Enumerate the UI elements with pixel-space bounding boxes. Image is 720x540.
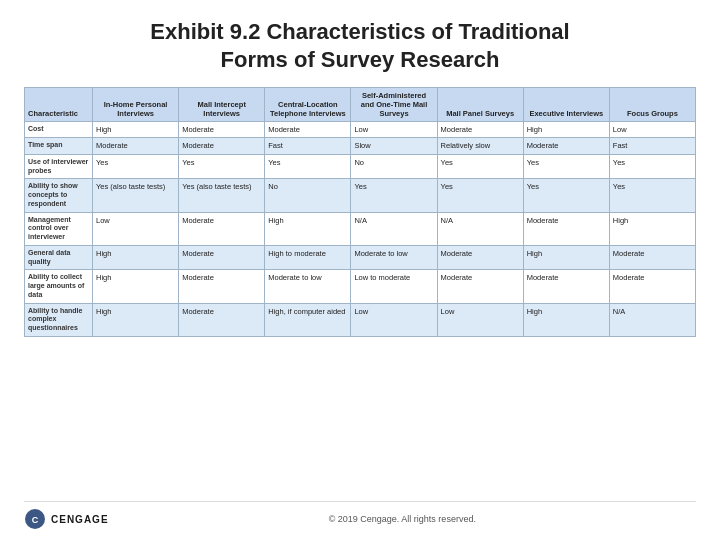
row-3-col-2: No	[265, 179, 351, 212]
row-1-col-1: Moderate	[179, 138, 265, 154]
svg-text:C: C	[32, 515, 39, 525]
row-3-col-3: Yes	[351, 179, 437, 212]
table-row: Management control over interviewerLowMo…	[25, 212, 696, 245]
page-title: Exhibit 9.2 Characteristics of Tradition…	[24, 18, 696, 73]
row-3-characteristic: Ability to show concepts to respondent	[25, 179, 93, 212]
row-5-col-4: Moderate	[437, 245, 523, 270]
row-7-characteristic: Ability to handle complex questionnaires	[25, 303, 93, 336]
row-2-col-4: Yes	[437, 154, 523, 179]
table-header-3: Central-Location Telephone Interviews	[265, 88, 351, 122]
footer: C CENGAGE © 2019 Cengage. All rights res…	[24, 501, 696, 530]
title-line2: Forms of Survey Research	[221, 47, 500, 72]
table-header-1: In-Home Personal Interviews	[93, 88, 179, 122]
row-5-col-6: Moderate	[609, 245, 695, 270]
row-0-col-0: High	[93, 122, 179, 138]
row-1-col-5: Moderate	[523, 138, 609, 154]
row-1-col-4: Relatively slow	[437, 138, 523, 154]
cengage-logo-icon: C	[24, 508, 46, 530]
row-5-col-1: Moderate	[179, 245, 265, 270]
table-body: CostHighModerateModerateLowModerateHighL…	[25, 122, 696, 337]
table-header-6: Executive Interviews	[523, 88, 609, 122]
table-row: CostHighModerateModerateLowModerateHighL…	[25, 122, 696, 138]
row-4-col-2: High	[265, 212, 351, 245]
row-2-col-1: Yes	[179, 154, 265, 179]
table-header-5: Mail Panel Surveys	[437, 88, 523, 122]
row-1-col-2: Fast	[265, 138, 351, 154]
row-3-col-6: Yes	[609, 179, 695, 212]
row-0-col-1: Moderate	[179, 122, 265, 138]
row-1-col-0: Moderate	[93, 138, 179, 154]
table-row: Ability to show concepts to respondentYe…	[25, 179, 696, 212]
row-6-col-4: Moderate	[437, 270, 523, 303]
row-7-col-4: Low	[437, 303, 523, 336]
row-2-col-3: No	[351, 154, 437, 179]
table-header-row: CharacteristicIn-Home Personal Interview…	[25, 88, 696, 122]
row-3-col-4: Yes	[437, 179, 523, 212]
row-1-col-6: Fast	[609, 138, 695, 154]
row-7-col-3: Low	[351, 303, 437, 336]
row-3-col-1: Yes (also taste tests)	[179, 179, 265, 212]
row-4-col-1: Moderate	[179, 212, 265, 245]
row-6-col-2: Moderate to low	[265, 270, 351, 303]
row-7-col-1: Moderate	[179, 303, 265, 336]
row-2-col-0: Yes	[93, 154, 179, 179]
table-wrapper: CharacteristicIn-Home Personal Interview…	[24, 87, 696, 495]
row-7-col-0: High	[93, 303, 179, 336]
row-4-col-4: N/A	[437, 212, 523, 245]
row-3-col-0: Yes (also taste tests)	[93, 179, 179, 212]
footer-copyright: © 2019 Cengage. All rights reserved.	[109, 514, 696, 524]
row-4-col-3: N/A	[351, 212, 437, 245]
row-6-col-3: Low to moderate	[351, 270, 437, 303]
table-header-4: Self-Administered and One-Time Mail Surv…	[351, 88, 437, 122]
row-6-characteristic: Ability to collect large amounts of data	[25, 270, 93, 303]
row-0-col-5: High	[523, 122, 609, 138]
title-line1: Exhibit 9.2 Characteristics of Tradition…	[150, 19, 569, 44]
row-2-col-6: Yes	[609, 154, 695, 179]
row-5-col-3: Moderate to low	[351, 245, 437, 270]
row-2-col-5: Yes	[523, 154, 609, 179]
row-7-col-5: High	[523, 303, 609, 336]
row-0-col-2: Moderate	[265, 122, 351, 138]
row-4-characteristic: Management control over interviewer	[25, 212, 93, 245]
row-5-col-5: High	[523, 245, 609, 270]
row-0-characteristic: Cost	[25, 122, 93, 138]
row-2-col-2: Yes	[265, 154, 351, 179]
table-header-0: Characteristic	[25, 88, 93, 122]
row-4-col-6: High	[609, 212, 695, 245]
row-3-col-5: Yes	[523, 179, 609, 212]
table-row: Use of interviewer probesYesYesYesNoYesY…	[25, 154, 696, 179]
row-1-col-3: Slow	[351, 138, 437, 154]
row-5-characteristic: General data quality	[25, 245, 93, 270]
row-7-col-2: High, if computer aided	[265, 303, 351, 336]
cengage-logo-text: CENGAGE	[51, 514, 109, 525]
row-5-col-0: High	[93, 245, 179, 270]
table-row: Time spanModerateModerateFastSlowRelativ…	[25, 138, 696, 154]
row-4-col-5: Moderate	[523, 212, 609, 245]
row-0-col-4: Moderate	[437, 122, 523, 138]
row-4-col-0: Low	[93, 212, 179, 245]
cengage-logo: C CENGAGE	[24, 508, 109, 530]
row-5-col-2: High to moderate	[265, 245, 351, 270]
row-6-col-0: High	[93, 270, 179, 303]
row-2-characteristic: Use of interviewer probes	[25, 154, 93, 179]
row-0-col-6: Low	[609, 122, 695, 138]
table-row: Ability to handle complex questionnaires…	[25, 303, 696, 336]
row-6-col-5: Moderate	[523, 270, 609, 303]
characteristics-table: CharacteristicIn-Home Personal Interview…	[24, 87, 696, 337]
page: Exhibit 9.2 Characteristics of Tradition…	[0, 0, 720, 540]
row-0-col-3: Low	[351, 122, 437, 138]
row-7-col-6: N/A	[609, 303, 695, 336]
table-row: Ability to collect large amounts of data…	[25, 270, 696, 303]
table-header-7: Focus Groups	[609, 88, 695, 122]
row-6-col-1: Moderate	[179, 270, 265, 303]
table-row: General data qualityHighModerateHigh to …	[25, 245, 696, 270]
row-1-characteristic: Time span	[25, 138, 93, 154]
table-header-2: Mall Intercept Interviews	[179, 88, 265, 122]
row-6-col-6: Moderate	[609, 270, 695, 303]
